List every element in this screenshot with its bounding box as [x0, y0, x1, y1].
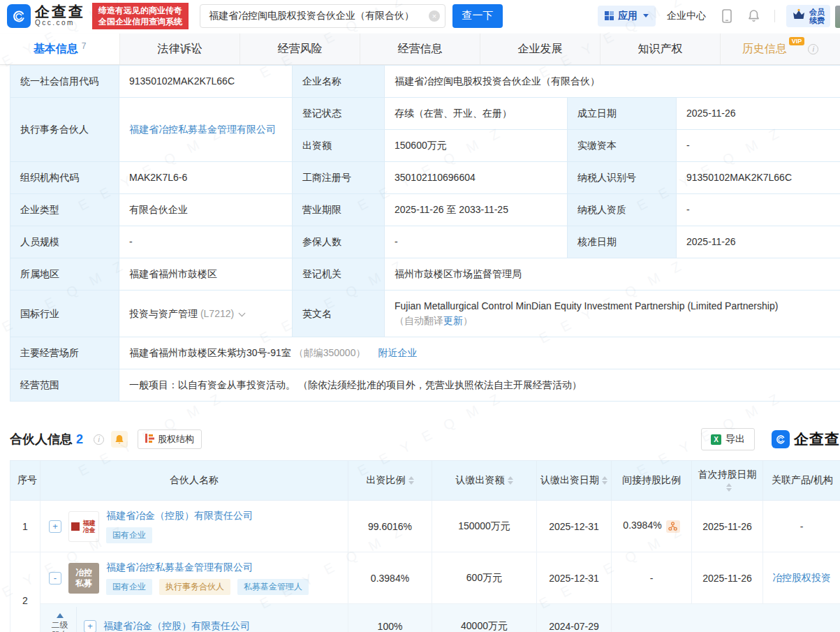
- text: 福建省冶控闽电股权投资合伙企业（有限合伙）: [395, 75, 600, 87]
- slogan-line1: 缔造有远见的商业传奇: [98, 5, 182, 16]
- text: 登记机关: [302, 268, 341, 279]
- partners-col-header-3[interactable]: 认缴出资额: [432, 461, 537, 501]
- ratio-cell: 0.3984%: [348, 552, 432, 604]
- sort-down-triangle: [408, 481, 414, 485]
- link[interactable]: 附近企业: [378, 347, 417, 358]
- mobile-app-icon[interactable]: [720, 9, 734, 23]
- link[interactable]: 更新: [443, 315, 463, 326]
- slogan-line2: 全国企业信用查询系统: [98, 16, 182, 27]
- link[interactable]: 福建省冶控私募基金管理有限公司: [129, 124, 276, 135]
- qcc-mini-logo-icon: [772, 430, 790, 448]
- sub-shareholder-name-link[interactable]: 福建省冶金（控股）有限责任公司: [103, 620, 250, 632]
- sort-icon[interactable]: [508, 476, 513, 485]
- text: 成立日期: [577, 108, 617, 119]
- tab-label: 经营信息: [398, 42, 443, 57]
- sort-icon[interactable]: [408, 476, 414, 485]
- related-cell: 冶控股权投资: [763, 552, 840, 604]
- vip-badge: VIP: [789, 37, 805, 45]
- company-logo[interactable]: 福建冶金: [68, 511, 99, 542]
- export-button[interactable]: X 导出: [701, 428, 755, 450]
- membership-renew-button[interactable]: 会员 续费: [786, 5, 830, 27]
- notification-bell-icon[interactable]: [746, 9, 760, 23]
- info-value: 投资与资产管理 (L7212): [119, 291, 293, 337]
- text: 组织机构代码: [20, 172, 79, 183]
- sort-up-triangle: [508, 476, 513, 480]
- col-label: 间接持股比例: [622, 474, 681, 485]
- apps-label: 应用: [618, 10, 638, 22]
- caret-down-icon: [643, 14, 649, 17]
- info-label: 英文名: [293, 291, 385, 337]
- apps-menu[interactable]: 应用: [598, 6, 656, 27]
- partners-col-header-1: 合伙人名称: [40, 461, 348, 501]
- sort-down-triangle: [508, 481, 513, 485]
- sub-empty-cell: [612, 604, 840, 632]
- date-cell: 2025-12-31: [537, 501, 612, 552]
- expand-button[interactable]: -: [49, 572, 61, 585]
- info-label: 企业名称: [293, 66, 385, 98]
- info-value: 有限合伙企业: [119, 194, 293, 226]
- search-button[interactable]: 查一下: [452, 4, 503, 28]
- search-input[interactable]: [200, 4, 445, 28]
- slogan-banner: 缔造有远见的商业传奇 全国企业信用查询系统: [92, 3, 189, 29]
- partners-col-header-7: 关联产品/机构: [763, 461, 840, 501]
- info-value: 福建省冶控私募基金管理有限公司: [119, 98, 293, 162]
- tab-item-6[interactable]: 历史信息VIPi: [721, 34, 840, 64]
- amount-cell: 150000万元: [432, 501, 537, 552]
- partner-name-wrap: -冶控私募福建省冶控私募基金管理有限公司国有企业执行事务合伙人私募基金管理人: [43, 561, 345, 595]
- tab-item-1[interactable]: 法律诉讼: [120, 34, 240, 64]
- partners-col-header-5: 间接持股比例: [612, 461, 692, 501]
- info-value: 350102110696604: [385, 162, 568, 194]
- info-label: 纳税人资质: [568, 194, 677, 226]
- tab-item-4[interactable]: 企业发展: [480, 34, 600, 64]
- sub-name-wrap: 二级股东+福建省冶金（控股）有限责任公司: [43, 607, 345, 632]
- chevron-down-icon[interactable]: [239, 309, 246, 316]
- company-logo[interactable]: 冶控私募: [68, 563, 99, 594]
- monitor-bell-icon[interactable]: [111, 431, 128, 448]
- related-link[interactable]: 冶控股权投资: [772, 572, 831, 583]
- tab-item-0[interactable]: 基本信息7: [0, 34, 120, 64]
- tab-item-2[interactable]: 经营风险: [240, 34, 360, 64]
- equity-structure-icon[interactable]: [666, 520, 680, 533]
- col-label: 序号: [17, 474, 37, 485]
- info-label: 出资额: [293, 130, 385, 162]
- info-icon[interactable]: i: [94, 434, 104, 445]
- info-icon[interactable]: i: [808, 44, 818, 54]
- sort-icon[interactable]: [726, 483, 732, 492]
- basic-info-row: 企业类型有限合伙企业营业期限2025-11-26 至 2033-11-25纳税人…: [10, 194, 840, 226]
- ratio-cell: 99.6016%: [348, 501, 432, 552]
- related-cell: -: [763, 501, 840, 552]
- tab-item-3[interactable]: 经营信息: [360, 34, 480, 64]
- partner-name-wrap: +福建冶金福建省冶金（控股）有限责任公司国有企业: [43, 510, 345, 543]
- equity-structure-button[interactable]: 股权结构: [138, 429, 202, 449]
- side-float-widget[interactable]: [835, 6, 840, 28]
- info-value: 150600万元: [385, 130, 568, 162]
- amount-cell: 600万元: [432, 552, 537, 604]
- clear-search-icon[interactable]: ×: [429, 10, 440, 22]
- partners-col-header-4[interactable]: 认缴出资日期: [537, 461, 612, 501]
- partner-name-link[interactable]: 福建省冶控私募基金管理有限公司: [106, 561, 253, 574]
- enterprise-center-link[interactable]: 企业中心: [667, 10, 706, 22]
- text: 企业名称: [302, 75, 341, 87]
- info-value: -: [385, 226, 568, 258]
- indirect-cell: 0.3984%: [612, 501, 692, 552]
- text: -: [129, 236, 133, 247]
- sort-icon[interactable]: [602, 476, 607, 485]
- text: 存续（在营、开业、在册）: [395, 108, 512, 119]
- info-label: 人员规模: [10, 226, 119, 258]
- text: 150600万元: [395, 140, 447, 151]
- info-label: 工商注册号: [293, 162, 385, 194]
- expand-button[interactable]: +: [84, 620, 96, 632]
- partner-name-link[interactable]: 福建省冶金（控股）有限责任公司: [106, 510, 253, 522]
- header-divider: [774, 10, 775, 22]
- date-cell: 2025-12-31: [537, 552, 612, 604]
- sub-name-cell: 二级股东+福建省冶金（控股）有限责任公司: [40, 604, 348, 632]
- tab-item-5[interactable]: 知识产权: [600, 34, 721, 64]
- collapse-up-triangle-icon[interactable]: [57, 613, 64, 618]
- text: 2025-11-26: [686, 108, 736, 119]
- text: 登记状态: [302, 108, 341, 119]
- text: 营业期限: [302, 204, 341, 215]
- qcc-logo[interactable]: 企查查 Qcc.com: [7, 4, 85, 28]
- partners-col-header-2[interactable]: 出资比例: [348, 461, 432, 501]
- expand-button[interactable]: +: [49, 520, 61, 533]
- partners-col-header-6[interactable]: 首次持股日期: [692, 461, 763, 501]
